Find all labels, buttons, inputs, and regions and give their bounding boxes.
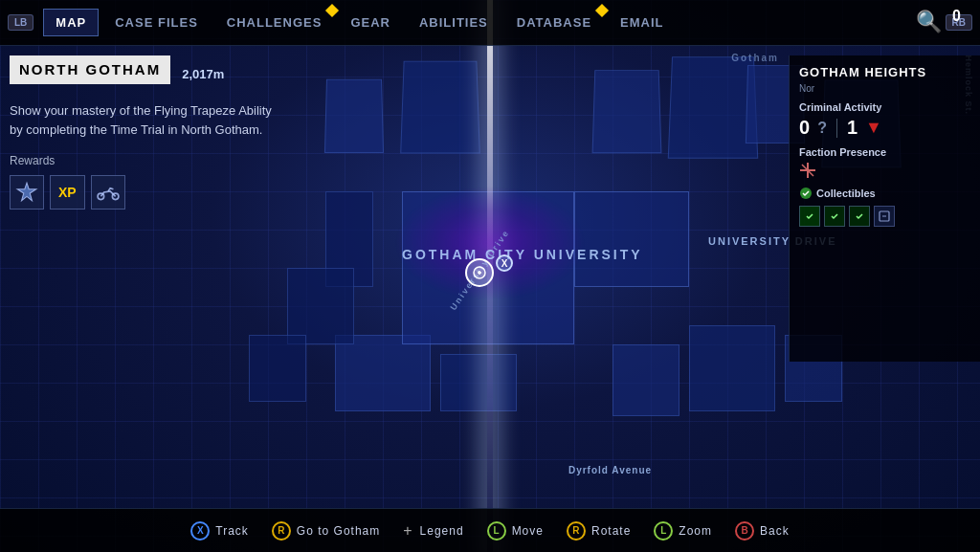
collectibles-label: Collectibles [816,188,876,199]
collectible-icon-2 [824,206,845,227]
crime-count-0: 0 [799,117,810,139]
lb-button[interactable]: LB [8,14,33,31]
tab-map[interactable]: MAP [43,9,99,36]
crime-question: ? [817,120,827,137]
collectible-icon-1 [799,206,820,227]
l-button-move[interactable]: L [487,521,506,541]
bottom-action-back[interactable]: B Back [735,521,790,541]
search-count: 0 [952,8,961,25]
reward-badge-icon [10,175,44,210]
r-button-rotate[interactable]: R [567,521,586,541]
criminal-activity-label: Criminal Activity [799,101,970,113]
reward-xp: XP [50,175,85,210]
bottom-action-legend[interactable]: + Legend [403,522,463,540]
tab-challenges[interactable]: CHALLENGES [214,9,335,36]
tab-database[interactable]: DATABASE [504,9,604,36]
rotate-label: Rotate [591,524,631,538]
collectible-icon-4 [874,206,895,227]
marker-x-button[interactable]: X [496,254,513,272]
faction-symbol-icon [799,162,816,179]
challenge-distance: 2,017m [182,67,224,81]
collectibles-icons-row [799,206,970,227]
challenges-diamond-icon [325,4,339,17]
l-button-zoom[interactable]: L [654,521,673,541]
tab-gear[interactable]: GEAR [338,9,403,36]
mission-marker[interactable]: X [465,258,494,287]
nor-label: Nor [799,83,970,94]
gotham-top-label: Gotham [731,53,779,63]
crime-separator [836,119,837,138]
criminal-activity-row: 0 ? 1 ▼ [799,117,970,139]
svg-marker-1 [17,183,36,201]
tab-abilities[interactable]: ABILITIES [407,9,501,36]
track-label: Track [215,524,249,538]
bottom-action-zoom[interactable]: L Zoom [654,521,712,541]
tab-email[interactable]: EMAIL [608,9,676,36]
plus-icon: + [403,522,412,540]
database-diamond-icon [595,4,609,17]
r-button-goto[interactable]: R [272,521,291,541]
reward-motorcycle-icon [91,175,125,210]
faction-presence-label: Faction Presence [799,146,970,158]
bottom-action-move[interactable]: L Move [487,521,544,541]
challenge-title-box: NORTH GOTHAM [10,55,170,84]
right-panel: GOTHAM HEIGHTS Nor Criminal Activity 0 ?… [789,55,980,362]
tab-case-files[interactable]: CASE FILES [102,9,211,36]
rewards-label: Rewards [10,154,316,167]
rewards-row: XP [10,175,316,210]
bottom-bar: X Track R Go to Gotham + Legend L Move R… [0,508,980,552]
back-label: Back [760,524,790,538]
search-icon[interactable]: 🔍 [916,10,942,34]
bottom-action-track[interactable]: X Track [190,521,249,541]
bottom-action-goto-gotham[interactable]: R Go to Gotham [272,521,380,541]
challenge-description: Show your mastery of the Flying Trapeze … [10,98,278,143]
faction-icon-row [799,162,970,179]
x-button-track[interactable]: X [190,521,210,541]
crime-count-1: 1 [847,117,858,139]
legend-label: Legend [420,524,464,538]
goto-gotham-label: Go to Gotham [297,524,380,538]
dyrfold-avenue-label: Dyrfold Avenue [568,465,652,475]
top-navigation: LB MAP CASE FILES CHALLENGES GEAR ABILIT… [0,0,980,46]
left-panel: NORTH GOTHAM 2,017m Show your mastery of… [10,55,316,210]
move-label: Move [512,524,544,538]
challenge-title: NORTH GOTHAM [19,61,161,77]
collectible-icon-3 [849,206,870,227]
b-button-back[interactable]: B [735,521,754,541]
bottom-action-rotate[interactable]: R Rotate [567,521,631,541]
crime-v-icon: ▼ [865,118,882,138]
district-name: GOTHAM HEIGHTS [799,65,970,79]
collectibles-row: Collectibles [799,187,970,200]
collectibles-label-icon [799,187,813,200]
zoom-label: Zoom [679,524,712,538]
